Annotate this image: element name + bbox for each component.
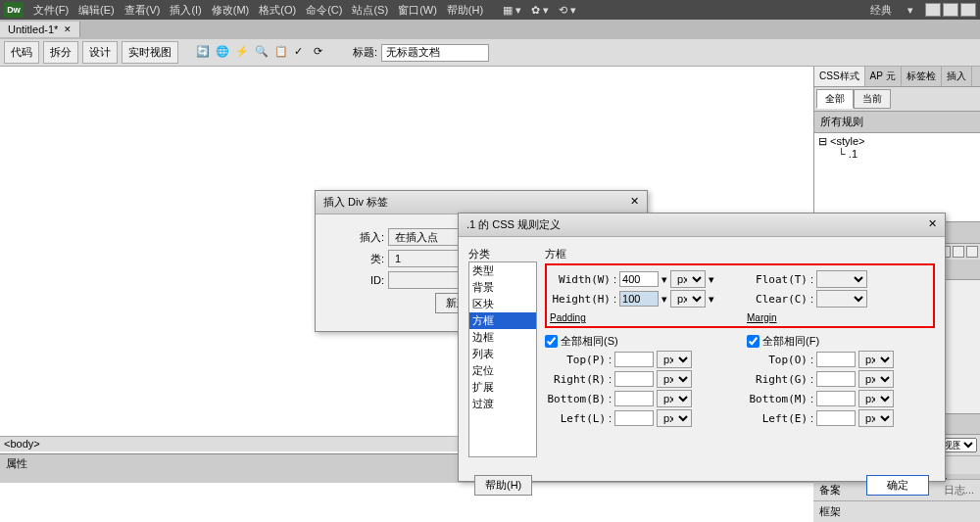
globe-icon[interactable]: 🌐 xyxy=(216,45,231,61)
cat-border[interactable]: 边框 xyxy=(469,329,536,346)
menu-help[interactable]: 帮助(H) xyxy=(443,1,487,20)
rule-style[interactable]: <style> xyxy=(830,135,864,147)
menu-window[interactable]: 窗口(W) xyxy=(394,1,441,20)
title-input[interactable] xyxy=(381,44,489,62)
dialog-title: 插入 Div 标签 xyxy=(323,195,388,210)
view-live[interactable]: 实时视图 xyxy=(122,41,178,64)
padding-left-input[interactable] xyxy=(614,410,654,426)
margin-top-unit[interactable]: px xyxy=(858,351,894,368)
cat-block[interactable]: 区块 xyxy=(469,296,536,312)
close-tab-icon[interactable]: ✕ xyxy=(64,24,72,34)
tab-insert[interactable]: 插入 xyxy=(942,67,972,86)
rules-list[interactable]: ⊟ <style> └ .1 xyxy=(814,133,980,221)
subtab-all[interactable]: 全部 xyxy=(816,89,854,109)
dropdown-icon[interactable]: ▾ xyxy=(662,273,667,286)
padding-top-input[interactable] xyxy=(614,352,654,367)
btm-label-1b[interactable]: 日志... xyxy=(944,483,974,498)
refresh-icon[interactable]: 🔄 xyxy=(196,45,212,61)
dropdown-icon[interactable]: ▾ xyxy=(709,273,714,286)
cat-ext[interactable]: 扩展 xyxy=(469,379,536,396)
rule-item[interactable]: .1 xyxy=(849,148,858,160)
menu-format[interactable]: 格式(O) xyxy=(255,1,300,20)
minimize-button[interactable]: — xyxy=(925,3,941,17)
menu-view[interactable]: 查看(V) xyxy=(121,1,165,20)
menu-insert[interactable]: 插入(I) xyxy=(166,1,205,20)
padding-right-input[interactable] xyxy=(614,371,654,387)
margin-same-checkbox[interactable] xyxy=(747,335,760,348)
menu-command[interactable]: 命令(C) xyxy=(302,1,346,20)
class-label: 类: xyxy=(325,252,384,266)
prop-icon-4[interactable] xyxy=(953,246,964,258)
cat-pos[interactable]: 定位 xyxy=(469,362,536,379)
close-icon[interactable]: ✕ xyxy=(928,217,937,232)
sync-icon[interactable]: ⟲ ▾ xyxy=(555,2,580,19)
cat-box[interactable]: 方框 xyxy=(469,312,536,329)
view-split[interactable]: 拆分 xyxy=(43,41,78,64)
margin-top-label: Top(O) xyxy=(747,354,808,366)
dropdown-icon[interactable]: ▾ xyxy=(662,293,667,306)
clear-label: Clear(C) xyxy=(747,293,808,306)
app-logo: Dw xyxy=(4,2,24,18)
view-code[interactable]: 代码 xyxy=(4,41,39,64)
menu-site[interactable]: 站点(S) xyxy=(348,1,392,20)
btm-label-2[interactable]: 框架 xyxy=(819,504,841,519)
margin-top-input[interactable] xyxy=(816,352,856,367)
tab-ap[interactable]: AP 元 xyxy=(865,67,902,86)
ok-button[interactable]: 确定 xyxy=(866,475,929,496)
maximize-button[interactable]: ❐ xyxy=(943,3,958,17)
doc-tab[interactable]: Untitled-1* ✕ xyxy=(0,22,80,37)
options-icon[interactable]: 📋 xyxy=(274,45,290,61)
validate-icon[interactable]: ✓ xyxy=(294,45,310,61)
css-rule-dialog: .1 的 CSS 规则定义✕ 分类 类型 背景 区块 方框 边框 列表 定位 扩… xyxy=(458,213,946,482)
float-select[interactable] xyxy=(816,270,867,288)
rules-header: 所有规则 xyxy=(814,111,980,133)
cat-list[interactable]: 列表 xyxy=(469,346,536,362)
float-label: Float(T) xyxy=(747,273,808,286)
margin-right-input[interactable] xyxy=(816,371,856,387)
help-button[interactable]: 帮助(H) xyxy=(474,475,532,496)
extensions-icon[interactable]: ✿ ▾ xyxy=(527,2,553,19)
menu-edit[interactable]: 编辑(E) xyxy=(74,1,119,20)
layout-dropdown[interactable]: 经典 xyxy=(866,1,896,20)
close-icon[interactable]: ✕ xyxy=(630,195,639,210)
padding-top-unit[interactable]: px xyxy=(657,351,692,368)
width-input[interactable] xyxy=(619,271,659,287)
margin-bottom-input[interactable] xyxy=(816,391,856,406)
width-unit[interactable]: px xyxy=(670,270,706,288)
margin-left-input[interactable] xyxy=(816,410,856,426)
padding-top-label: Top(P) xyxy=(545,354,606,366)
padding-left-unit[interactable]: px xyxy=(657,409,692,427)
cat-trans[interactable]: 过渡 xyxy=(469,396,536,412)
height-unit[interactable]: px xyxy=(670,290,706,308)
margin-bottom-unit[interactable]: px xyxy=(858,390,894,407)
subtab-current[interactable]: 当前 xyxy=(854,89,891,109)
tag-path[interactable]: <body> xyxy=(4,438,40,450)
layout-icon[interactable]: ▦ ▾ xyxy=(499,2,525,19)
menu-file[interactable]: 文件(F) xyxy=(29,1,73,20)
check-icon[interactable]: ⟳ xyxy=(314,45,329,61)
prop-icon-5[interactable] xyxy=(966,246,978,258)
padding-right-unit[interactable]: px xyxy=(657,370,692,388)
tab-css[interactable]: CSS样式 xyxy=(814,67,865,86)
clear-select[interactable] xyxy=(816,290,867,308)
padding-same-checkbox[interactable] xyxy=(545,335,558,348)
view-design[interactable]: 设计 xyxy=(82,41,118,64)
margin-left-unit[interactable]: px xyxy=(858,409,894,427)
category-list[interactable]: 类型 背景 区块 方框 边框 列表 定位 扩展 过渡 xyxy=(468,261,537,457)
height-input[interactable] xyxy=(619,291,659,307)
dropdown-icon[interactable]: ▾ xyxy=(904,2,917,19)
cat-bg[interactable]: 背景 xyxy=(469,279,536,296)
live-icon[interactable]: ⚡ xyxy=(235,45,251,61)
tab-tags[interactable]: 标签检 xyxy=(902,67,942,86)
margin-right-unit[interactable]: px xyxy=(858,370,894,388)
cat-type[interactable]: 类型 xyxy=(469,262,536,279)
padding-bottom-input[interactable] xyxy=(614,391,654,406)
inspect-icon[interactable]: 🔍 xyxy=(255,45,270,61)
menu-modify[interactable]: 修改(M) xyxy=(208,1,254,20)
padding-left-label: Left(L) xyxy=(545,412,606,425)
padding-bottom-unit[interactable]: px xyxy=(657,390,692,407)
dropdown-icon[interactable]: ▾ xyxy=(709,293,714,306)
close-button[interactable]: ✕ xyxy=(960,3,976,17)
insert-label: 插入: xyxy=(325,230,384,245)
category-label: 分类 xyxy=(468,247,537,261)
